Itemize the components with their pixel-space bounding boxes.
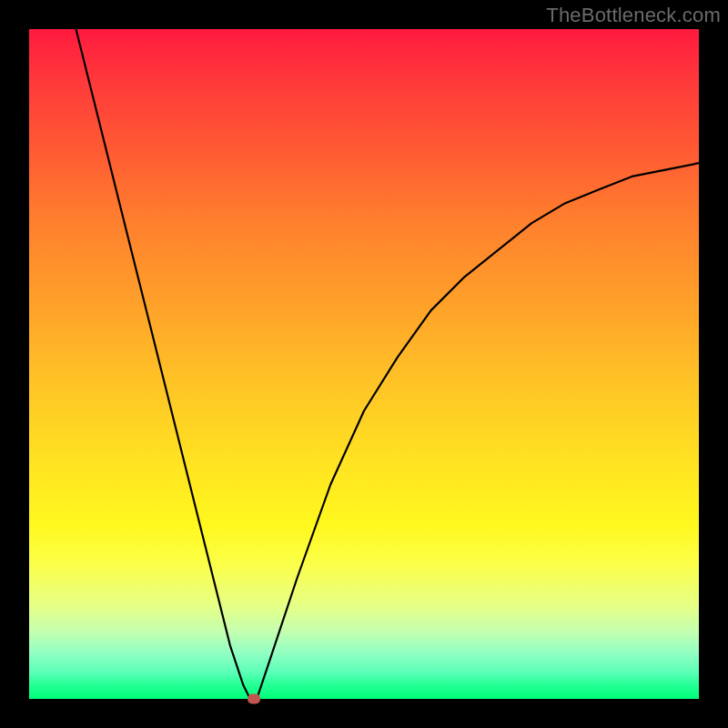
optimal-point-marker	[248, 694, 260, 704]
curve-path	[76, 29, 700, 699]
chart-frame: TheBottleneck.com	[0, 0, 728, 728]
bottleneck-curve	[29, 29, 699, 699]
plot-area	[29, 29, 699, 699]
watermark-text: TheBottleneck.com	[546, 4, 721, 27]
